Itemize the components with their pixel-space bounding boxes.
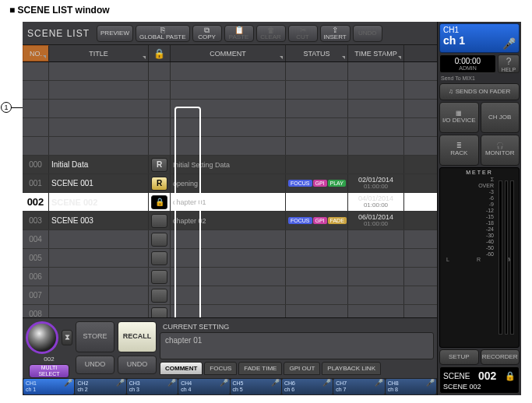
preview-button[interactable]: PREVIEW — [97, 25, 133, 42]
col-title[interactable]: TITLE — [49, 45, 149, 61]
cut-button[interactable]: ✂CUT — [288, 25, 318, 42]
mic-icon: 🎤 — [271, 380, 280, 387]
table-row[interactable] — [23, 62, 437, 81]
mic-icon: 🎤 — [116, 380, 125, 387]
channel-ch5[interactable]: CH5ch 5🎤 — [231, 379, 281, 394]
hourglass-button[interactable]: ⧗ — [62, 330, 72, 345]
meter-title: METER — [443, 170, 516, 175]
io-device-button[interactable]: ▦I/O DEVICE — [439, 102, 479, 133]
trash-icon: 🗑 — [267, 26, 275, 34]
copy-icon: ⧉ — [204, 26, 210, 34]
table-row[interactable]: 007 — [23, 286, 437, 305]
main-area: SCENE LIST PREVIEW ⎘GLOBAL PASTE ⧉COPY 📋… — [23, 22, 437, 395]
store-undo-button[interactable]: UNDO — [76, 356, 115, 374]
channel-ch2[interactable]: CH2ch 2🎤 — [75, 379, 125, 394]
undo-button[interactable]: UNDO — [353, 25, 382, 42]
table-row[interactable]: 003SCENE 003chapter 02FOCUSGPIFADEPLAY06… — [23, 212, 437, 230]
col-time[interactable]: TIME STAMP — [348, 45, 404, 61]
channel-ch7[interactable]: CH7ch 7🎤 — [333, 379, 384, 394]
empty-button[interactable] — [151, 214, 167, 228]
tab-gpi-out[interactable]: GPI OUT — [284, 362, 320, 375]
paste-button[interactable]: 📋PASTE — [224, 25, 254, 42]
table-row[interactable]: 002SCENE 002🔒chapter 0104/01/201401:00:0… — [23, 193, 437, 212]
table-row[interactable]: 006 — [23, 268, 437, 286]
empty-button[interactable] — [151, 251, 167, 265]
table-row[interactable]: 005 — [23, 249, 437, 268]
table-row[interactable] — [23, 100, 437, 118]
page-heading: ■ SCENE LIST window — [0, 0, 532, 19]
table-row[interactable]: 008 — [23, 305, 437, 317]
ch-job-button[interactable]: CH JOB — [481, 102, 520, 133]
channel-display[interactable]: CH1 ch 1 🎤 — [439, 23, 520, 53]
col-comment[interactable]: COMMENT — [171, 45, 286, 61]
table-row[interactable]: 004 — [23, 230, 437, 249]
tab-playback-link[interactable]: PLAYBACK LINK — [322, 362, 381, 375]
recall-button[interactable]: RECALL — [118, 321, 157, 352]
recall-undo-button[interactable]: UNDO — [118, 356, 157, 374]
time-value: 0:00:00 — [442, 57, 493, 65]
mic-icon: 🎤 — [502, 37, 516, 50]
store-button[interactable]: STORE — [76, 321, 115, 352]
table-row[interactable] — [23, 137, 437, 156]
help-button[interactable]: ? HELP — [498, 54, 520, 73]
paste-icon: 📋 — [234, 26, 244, 34]
scene-knob[interactable] — [26, 321, 58, 354]
channel-ch3[interactable]: CH3ch 3🎤 — [127, 379, 178, 394]
mic-icon: 🎤 — [167, 380, 176, 387]
time-sub: ADMIN — [442, 65, 493, 71]
table-row[interactable]: 000Initial DataRInitial Setting Data — [23, 156, 437, 174]
toolbar: SCENE LIST PREVIEW ⎘GLOBAL PASTE ⧉COPY 📋… — [23, 22, 437, 45]
global-paste-button[interactable]: ⎘GLOBAL PASTE — [136, 25, 190, 42]
empty-button[interactable] — [151, 233, 167, 247]
scene-display[interactable]: SCENE 002 🔒 SCENE 002 — [439, 366, 520, 394]
col-no[interactable]: NO. — [23, 45, 49, 61]
tab-fade-time[interactable]: FADE TIME — [238, 362, 282, 375]
setup-button[interactable]: SETUP — [439, 349, 479, 365]
scene-label: SCENE — [443, 372, 470, 380]
current-setting-box[interactable]: chapter 01 — [160, 332, 434, 359]
empty-button[interactable] — [151, 289, 167, 303]
channel-ch6[interactable]: CH6ch 6🎤 — [282, 379, 333, 394]
window-title: SCENE LIST — [26, 28, 94, 39]
tab-comment[interactable]: COMMENT — [160, 362, 203, 375]
channel-ch4[interactable]: CH4ch 4🎤 — [178, 379, 229, 394]
monitor-button[interactable]: 🎧MONITOR — [481, 135, 520, 166]
lock-button[interactable]: 🔒 — [151, 195, 167, 209]
channel-strip: CH1ch 1🎤CH2ch 2🎤CH3ch 3🎤CH4ch 4🎤CH5ch 5🎤… — [23, 378, 437, 395]
readonly-button[interactable]: R — [151, 177, 167, 191]
time-display[interactable]: 0:00:00 ADMIN — [439, 54, 496, 73]
send-to-label: Send To MIX1 — [439, 75, 520, 82]
mic-icon: 🎤 — [375, 380, 383, 387]
mic-icon: 🎤 — [426, 380, 435, 387]
cut-icon: ✂ — [300, 26, 306, 34]
empty-button[interactable] — [151, 307, 167, 318]
rack-button[interactable]: ≣RACK — [439, 135, 479, 166]
multi-select-button[interactable]: MULTI SELECT — [29, 364, 69, 378]
meter-bar-r — [505, 180, 509, 335]
channel-ch8[interactable]: CH8ch 8🎤 — [386, 379, 436, 394]
meter-bar-l — [499, 180, 502, 335]
col-lock[interactable]: 🔒 — [149, 45, 171, 61]
recorder-button[interactable]: RECORDER — [481, 349, 520, 365]
sends-on-fader-button[interactable]: ♫SENDS ON FADER — [439, 83, 520, 100]
scene-number: 002 — [478, 370, 496, 382]
readonly-button[interactable]: R — [151, 158, 167, 172]
channel-ch1[interactable]: CH1ch 1🎤 — [23, 379, 74, 394]
empty-button[interactable] — [151, 270, 167, 284]
table-row[interactable]: 001SCENE 001RopeningFOCUSGPIPLAY02/01/20… — [23, 174, 437, 193]
bottom-panel: ⧗ 002 MULTI SELECT STORE UNDO RECALL UND… — [23, 317, 437, 378]
lock-icon: 🔒 — [153, 48, 165, 59]
table-row[interactable] — [23, 118, 437, 137]
table-row[interactable] — [23, 81, 437, 100]
clear-button[interactable]: 🗑CLEAR — [256, 25, 286, 42]
table-header: NO. TITLE 🔒 COMMENT STATUS TIME STAMP — [23, 45, 437, 62]
insert-button[interactable]: ⇪INSERT — [320, 25, 351, 42]
meter-panel: METER ΣOVER-3-6-9-12-15-18-24-30-40-50-6… — [439, 167, 520, 348]
mic-icon: 🎤 — [322, 380, 331, 387]
meter-bars — [499, 180, 514, 335]
insert-icon: ⇪ — [332, 26, 338, 34]
tab-focus[interactable]: FOCUS — [204, 362, 237, 375]
copy-button[interactable]: ⧉COPY — [192, 25, 222, 42]
col-status[interactable]: STATUS — [286, 45, 348, 61]
scene-name: SCENE 002 — [443, 383, 516, 391]
